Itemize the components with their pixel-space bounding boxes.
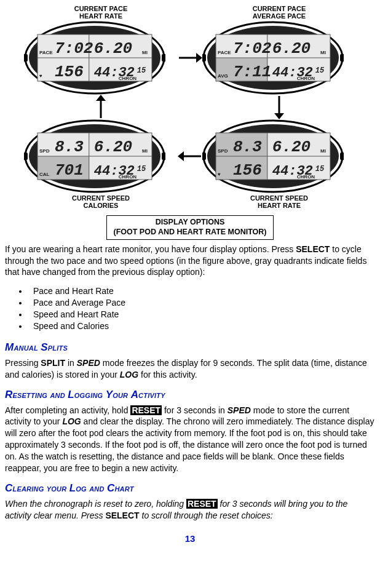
svg-rect-87 bbox=[340, 153, 344, 160]
label-top-left: CURRENT PACEHEART RATE bbox=[24, 4, 178, 21]
resetting-paragraph: After completing an activity, hold RESET… bbox=[5, 405, 375, 474]
watch-top-left: PACE7:026.20MI♥15644:3215CHRON bbox=[24, 21, 178, 95]
svg-text:6.20: 6.20 bbox=[272, 138, 311, 156]
clearing-paragraph: When the chronograph is reset to zero, h… bbox=[5, 498, 375, 522]
svg-rect-18 bbox=[24, 54, 28, 62]
figure: CURRENT PACEHEART RATE CURRENT PACEAVERA… bbox=[5, 4, 375, 240]
svg-marker-43 bbox=[96, 95, 106, 101]
svg-text:SPD: SPD bbox=[218, 148, 228, 154]
svg-rect-40 bbox=[202, 54, 206, 62]
svg-text:AVG: AVG bbox=[218, 73, 228, 79]
svg-rect-65 bbox=[162, 153, 165, 160]
svg-text:701: 701 bbox=[55, 161, 84, 180]
svg-text:8.3: 8.3 bbox=[55, 138, 84, 156]
figure-caption: DISPLAY OPTIONS(FOOT POD AND HEART RATE … bbox=[106, 215, 273, 239]
svg-text:♥: ♥ bbox=[218, 172, 221, 177]
svg-text:CHRON: CHRON bbox=[297, 76, 315, 81]
svg-marker-67 bbox=[178, 151, 184, 161]
svg-text:15: 15 bbox=[315, 165, 325, 173]
list-item: Pace and Average Pace bbox=[28, 297, 375, 309]
svg-text:CHRON: CHRON bbox=[119, 76, 137, 81]
svg-text:6.20: 6.20 bbox=[272, 39, 311, 58]
arrow-down-icon bbox=[202, 95, 356, 119]
svg-rect-41 bbox=[340, 54, 344, 62]
heading-resetting: Resetting and Logging Your Activity bbox=[5, 388, 375, 402]
svg-text:SPD: SPD bbox=[39, 148, 50, 154]
svg-text:PACE: PACE bbox=[39, 50, 53, 55]
svg-text:6.20: 6.20 bbox=[94, 138, 132, 156]
heading-manual-splits: Manual Splits bbox=[5, 341, 375, 355]
svg-text:MI: MI bbox=[142, 148, 148, 154]
label-bottom-left: CURRENT SPEEDCALORIES bbox=[24, 193, 178, 210]
svg-text:MI: MI bbox=[320, 148, 326, 154]
label-bottom-right: CURRENT SPEEDHEART RATE bbox=[202, 193, 356, 210]
svg-text:6.20: 6.20 bbox=[94, 39, 132, 58]
svg-marker-45 bbox=[274, 113, 284, 119]
svg-rect-64 bbox=[24, 153, 28, 160]
svg-text:♥: ♥ bbox=[39, 73, 42, 79]
intro-paragraph: If you are wearing a heart rate monitor,… bbox=[5, 244, 375, 279]
svg-marker-21 bbox=[196, 53, 202, 63]
svg-text:CHRON: CHRON bbox=[119, 174, 137, 180]
svg-text:7:02: 7:02 bbox=[55, 39, 93, 58]
list-item: Pace and Heart Rate bbox=[28, 285, 375, 297]
arrow-left-icon bbox=[178, 147, 202, 165]
svg-rect-86 bbox=[202, 153, 206, 160]
svg-rect-19 bbox=[162, 54, 165, 62]
manual-splits-paragraph: Pressing SPLIT in SPED mode freezes the … bbox=[5, 357, 375, 381]
list-item: Speed and Calories bbox=[28, 320, 375, 332]
svg-text:15: 15 bbox=[315, 66, 325, 75]
watch-bottom-left: SPD8.36.20MICAL70144:3215CHRON bbox=[24, 119, 178, 193]
svg-text:7:11: 7:11 bbox=[233, 63, 271, 81]
page-number: 13 bbox=[5, 533, 375, 545]
svg-text:PACE: PACE bbox=[218, 50, 231, 55]
svg-text:CAL: CAL bbox=[39, 172, 50, 177]
heading-clearing: Clearing your Log and Chart bbox=[5, 482, 375, 496]
svg-text:156: 156 bbox=[233, 161, 262, 180]
svg-text:MI: MI bbox=[320, 50, 326, 55]
list-item: Speed and Heart Rate bbox=[28, 309, 375, 320]
watch-bottom-right: SPD8.36.20MI♥15644:3215CHRON bbox=[202, 119, 356, 193]
arrow-right-icon bbox=[178, 49, 202, 67]
intro-bullets: Pace and Heart Rate Pace and Average Pac… bbox=[28, 285, 375, 332]
svg-text:MI: MI bbox=[142, 50, 148, 55]
arrow-up-icon bbox=[24, 95, 178, 119]
svg-text:CHRON: CHRON bbox=[297, 174, 315, 180]
watch-top-right: PACE7:026.20MIAVG7:1144:3215CHRON bbox=[202, 21, 356, 95]
svg-text:15: 15 bbox=[137, 165, 146, 173]
svg-text:156: 156 bbox=[55, 63, 84, 81]
watch-grid: CURRENT PACEHEART RATE CURRENT PACEAVERA… bbox=[24, 4, 356, 210]
svg-text:8.3: 8.3 bbox=[233, 138, 262, 156]
label-top-right: CURRENT PACEAVERAGE PACE bbox=[202, 4, 356, 21]
svg-text:15: 15 bbox=[137, 66, 146, 75]
svg-text:7:02: 7:02 bbox=[233, 39, 272, 58]
